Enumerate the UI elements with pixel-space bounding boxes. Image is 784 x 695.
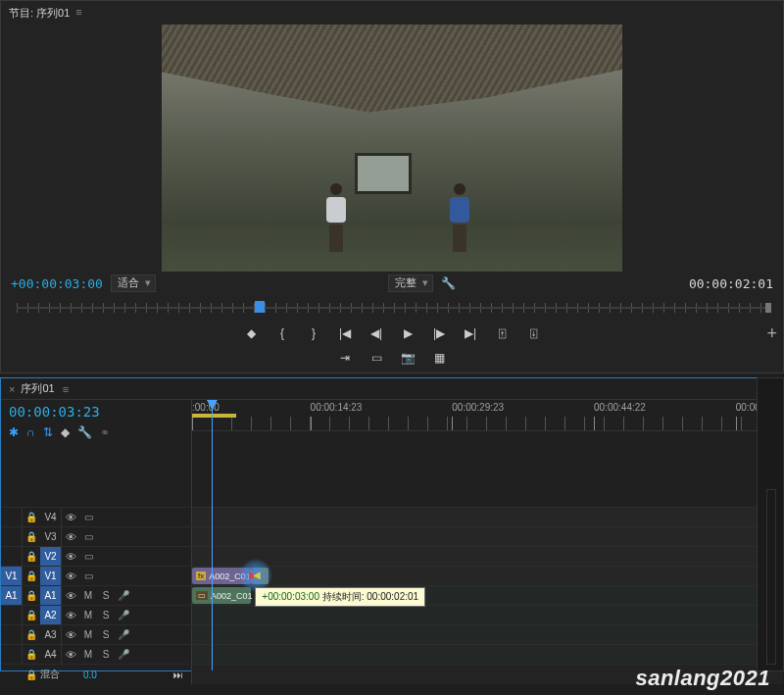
track-target-v4[interactable]: V4 [40,508,62,526]
lock-icon[interactable]: 🔒 [23,571,40,581]
zoom-fit-select[interactable]: 适合 [111,274,156,292]
mute-icon[interactable]: 👁 [62,629,79,641]
lock-icon[interactable]: 🔒 [23,670,40,680]
add-button-editor-icon[interactable]: + [766,323,777,344]
track-content-a1[interactable]: ▭A002_C01+00:00:03:00 持续时间: 00:00:02:01 [192,586,783,605]
track-output-icon[interactable]: ▭ [79,512,97,522]
source-patch-a1[interactable]: A1 [1,586,23,605]
bracket-open-icon[interactable]: { [273,324,291,342]
lift-icon[interactable]: ⍐ [493,324,511,342]
program-in-timecode[interactable]: +00:00:03:00 [11,276,103,291]
mute-button[interactable]: M [79,610,97,621]
source-patch-v2[interactable] [1,547,23,566]
track-target-a2[interactable]: A2 [40,606,62,624]
solo-button[interactable]: S [97,590,115,601]
voiceover-icon[interactable]: 🎤 [115,610,132,621]
track-output-icon[interactable]: ▭ [79,571,97,581]
eye-icon[interactable]: 👁 [62,531,79,543]
lock-icon[interactable]: 🔒 [23,531,40,542]
voiceover-icon[interactable]: 🎤 [115,590,132,601]
track-target-v1[interactable]: V1 [40,567,62,585]
source-patch-a2[interactable] [1,606,23,624]
lock-icon[interactable]: 🔒 [23,649,40,660]
export-frame-icon[interactable]: 📷 [399,349,416,367]
voiceover-icon[interactable]: 🎤 [115,649,132,660]
bracket-close-icon[interactable]: } [305,324,322,342]
linked-sel-icon[interactable]: ⇅ [43,425,53,439]
track-content-a2[interactable] [192,606,783,624]
overwrite-icon[interactable]: ▭ [368,349,385,367]
wrench-icon[interactable]: 🔧 [77,425,92,439]
extract-icon[interactable]: ⍗ [524,324,542,342]
mix-value[interactable]: 0.0 [83,670,97,680]
source-patch-a4[interactable] [1,645,23,664]
lock-icon[interactable]: 🔒 [23,610,40,621]
settings-wrench-icon[interactable]: 🔧 [441,276,456,290]
track-head-v4: 🔒V4👁▭ [1,508,192,526]
source-patch-v4[interactable] [1,508,23,526]
step-fwd-icon[interactable]: |▶ [430,324,448,342]
mute-button[interactable]: M [79,649,97,660]
mute-icon[interactable]: 👁 [62,610,79,621]
snap-icon[interactable]: ✱ [9,425,19,439]
track-output-icon[interactable]: ▭ [79,551,97,562]
play-icon[interactable]: ▶ [399,324,416,342]
lock-icon[interactable]: 🔒 [23,590,40,601]
lock-icon[interactable]: 🔒 [23,629,40,640]
track-target-v3[interactable]: V3 [40,527,62,546]
timeline-ruler[interactable]: :00:0000:00:14:2300:00:29:2300:00:44:220… [192,400,783,431]
magnet-icon[interactable]: ∩ [26,425,35,439]
mute-icon[interactable]: 👁 [62,590,79,602]
mute-icon[interactable]: 👁 [62,649,79,661]
program-tab-label: 节目: 序列01 [9,6,70,21]
source-patch-v1[interactable]: V1 [1,567,23,585]
source-patch-a3[interactable] [1,625,23,644]
work-area-bar[interactable] [192,414,236,418]
track-target-v2[interactable]: V2 [40,547,62,566]
track-content-v1[interactable]: fxA002_C01 [192,567,783,585]
solo-button[interactable]: S [97,649,115,660]
clip-a002_c01[interactable]: ▭A002_C01 [192,587,251,604]
link-icon[interactable]: ⚭ [100,425,110,439]
eye-icon[interactable]: 👁 [62,571,79,582]
stills-icon[interactable]: ▦ [430,349,448,367]
solo-button[interactable]: S [97,629,115,640]
solo-button[interactable]: S [97,610,115,621]
track-output-icon[interactable]: ▭ [79,531,97,542]
voiceover-icon[interactable]: 🎤 [115,629,132,640]
scrub-playhead-handle[interactable] [255,301,265,313]
mute-button[interactable]: M [79,590,97,601]
track-content-v2[interactable] [192,547,783,566]
insert-icon[interactable]: ⇥ [336,349,354,367]
track-content-v3[interactable] [192,527,783,546]
track-content-a3[interactable] [192,625,783,644]
step-back-icon[interactable]: ◀| [368,324,385,342]
timeline-timecode[interactable]: 00:00:03:23 [1,400,191,423]
timeline-tab-label[interactable]: 序列01 [21,381,54,396]
viewer-area[interactable] [1,25,783,272]
go-in-icon[interactable]: |◀ [336,324,354,342]
eye-icon[interactable]: 👁 [62,551,79,563]
timeline-close-icon[interactable]: × [9,383,15,395]
playback-resolution-select[interactable]: 完整 [388,274,433,292]
mute-button[interactable]: M [79,629,97,640]
lock-icon[interactable]: 🔒 [23,551,40,562]
mark-in-icon[interactable]: ◆ [242,324,260,342]
track-target-a4[interactable]: A4 [40,645,62,664]
program-tab[interactable]: 节目: 序列01 ≡ [9,6,82,21]
track-content-v4[interactable] [192,508,783,526]
track-target-a3[interactable]: A3 [40,625,62,644]
program-duration-timecode[interactable]: 00:00:02:01 [689,276,773,291]
track-content-a4[interactable] [192,645,783,664]
lock-icon[interactable]: 🔒 [23,512,40,522]
program-scrub-bar[interactable] [11,295,773,321]
marker-icon[interactable]: ◆ [61,425,70,439]
source-patch-v3[interactable] [1,527,23,546]
timeline-menu-icon[interactable]: ≡ [63,383,69,395]
skip-icon[interactable]: ⏭ [173,670,183,680]
panel-menu-icon[interactable]: ≡ [75,6,81,21]
go-out-icon[interactable]: ▶| [462,324,479,342]
timeline-playhead[interactable] [212,400,213,670]
eye-icon[interactable]: 👁 [62,512,79,523]
track-target-a1[interactable]: A1 [40,586,62,605]
